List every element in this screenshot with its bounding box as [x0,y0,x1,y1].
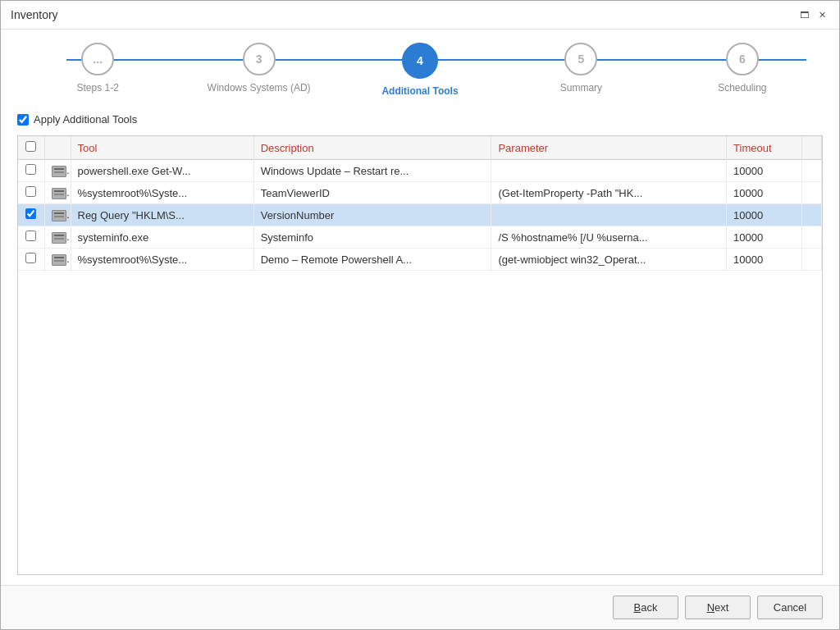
row-icon-cell [44,249,71,271]
row-check-cell [18,160,44,182]
row-checkbox[interactable] [25,164,36,175]
row-parameter [491,160,727,182]
step-scheduling: 6 Scheduling [662,43,823,97]
window-title: Inventory [11,8,58,21]
apply-row: Apply Additional Tools [17,113,823,126]
row-parameter [491,204,727,226]
row-timeout: 10000 [727,182,801,204]
col-icon [44,136,71,160]
close-button[interactable]: ✕ [815,7,829,22]
step-windows-systems-circle: 3 [243,43,276,75]
maximize-button[interactable]: 🗖 [797,7,811,22]
col-check [18,136,44,160]
title-bar: Inventory 🗖 ✕ [1,1,839,30]
row-extra [801,249,822,271]
row-check-cell [18,249,44,271]
next-button[interactable]: Next [685,596,751,619]
tool-icon [52,210,66,221]
col-parameter: Parameter [491,136,727,160]
step-windows-systems-label: Windows Systems (AD) [208,82,311,94]
tool-icon [52,166,66,177]
steps-container: ... Steps 1-2 3 Windows Systems (AD) 4 A… [17,43,823,97]
step-additional-tools-label: Additional Tools [381,85,458,97]
row-tool: Reg Query "HKLM\S... [71,204,253,226]
row-extra [801,226,822,249]
row-tool: powershell.exe Get-W... [71,160,253,182]
step-additional-tools-circle: 4 [402,43,438,79]
table-body: powershell.exe Get-W...Windows Update – … [18,160,822,271]
col-timeout: Timeout [727,136,801,160]
apply-checkbox[interactable] [17,114,29,126]
row-check-cell [18,204,44,226]
row-parameter: (Get-ItemProperty -Path "HK... [491,182,727,204]
col-extra [801,136,822,160]
row-tool: %systemroot%\Syste... [71,249,253,271]
row-checkbox[interactable] [25,253,36,263]
row-parameter: (get-wmiobject win32_Operat... [491,249,727,271]
row-tool: %systemroot%\Syste... [71,182,253,204]
tools-table: Tool Description Parameter Timeout power… [18,136,822,271]
row-icon-cell [44,204,71,226]
row-description: Windows Update – Restart re... [253,160,491,182]
col-tool: Tool [71,136,253,160]
row-extra [801,182,822,204]
row-timeout: 10000 [727,226,801,249]
tool-icon [52,232,66,244]
step-1-2-label: Steps 1-2 [77,82,119,94]
content-area: Apply Additional Tools Tool Description … [1,103,839,585]
footer: Back Next Cancel [1,585,839,629]
col-description: Description [253,136,491,160]
row-extra [801,160,822,182]
wizard-steps: ... Steps 1-2 3 Windows Systems (AD) 4 A… [1,30,839,103]
tool-icon [52,188,66,199]
row-checkbox[interactable] [25,208,36,219]
table-row[interactable]: %systemroot%\Syste...Demo – Remote Power… [18,249,822,271]
row-description: TeamViewerID [253,182,491,204]
row-icon-cell [44,160,71,182]
row-checkbox[interactable] [25,186,36,197]
step-scheduling-label: Scheduling [718,82,766,94]
row-tool: systeminfo.exe [71,226,253,249]
row-check-cell [18,226,44,249]
row-timeout: 10000 [727,204,801,226]
main-window: Inventory 🗖 ✕ ... Steps 1-2 3 Windows Sy… [0,0,840,630]
row-timeout: 10000 [727,160,801,182]
row-checkbox[interactable] [25,231,36,241]
row-timeout: 10000 [727,249,801,271]
tool-icon [52,254,66,266]
step-scheduling-circle: 6 [726,43,759,75]
row-description: Demo – Remote Powershell A... [253,249,491,271]
row-description: VersionNumber [253,204,491,226]
apply-label[interactable]: Apply Additional Tools [34,113,137,126]
row-extra [801,204,822,226]
step-1-2-circle: ... [81,43,114,75]
step-windows-systems: 3 Windows Systems (AD) [178,43,339,97]
step-1-2: ... Steps 1-2 [17,43,178,97]
table-header-row: Tool Description Parameter Timeout [18,136,822,160]
select-all-checkbox[interactable] [25,141,36,152]
cancel-button[interactable]: Cancel [757,596,823,619]
table-row[interactable]: systeminfo.exeSysteminfo/S %hostname% [/… [18,226,822,249]
table-row[interactable]: Reg Query "HKLM\S...VersionNumber10000 [18,204,822,226]
step-summary-label: Summary [560,82,602,94]
tools-table-wrapper: Tool Description Parameter Timeout power… [17,135,823,575]
table-row[interactable]: powershell.exe Get-W...Windows Update – … [18,160,822,182]
row-icon-cell [44,226,71,249]
table-row[interactable]: %systemroot%\Syste...TeamViewerID(Get-It… [18,182,822,204]
step-summary: 5 Summary [500,43,661,97]
row-description: Systeminfo [253,226,491,249]
window-controls: 🗖 ✕ [797,7,829,22]
row-parameter: /S %hostname% [/U %userna... [491,226,727,249]
back-button[interactable]: Back [613,596,678,619]
row-icon-cell [44,182,71,204]
row-check-cell [18,182,44,204]
step-summary-circle: 5 [564,43,597,75]
step-additional-tools: 4 Additional Tools [340,43,500,97]
